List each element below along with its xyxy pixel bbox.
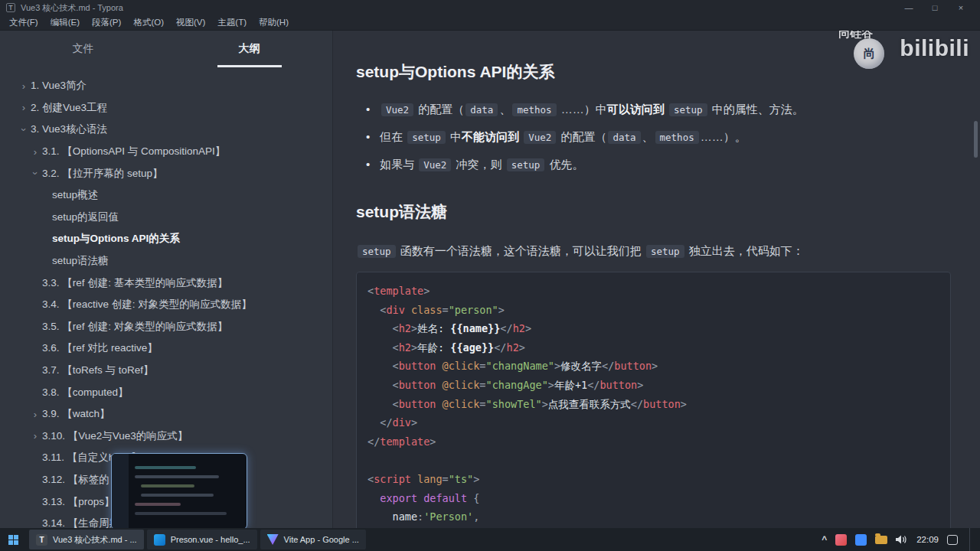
code-token: > [637, 379, 643, 391]
menu-item[interactable]: 文件(F) [3, 15, 44, 30]
code-token: 年龄+1 [554, 379, 587, 391]
outline-item[interactable]: ›3.1. 【OptionsAPI 与 CompositionAPI】 [0, 141, 332, 163]
code-token: @click [443, 398, 480, 410]
window-controls: — □ × [896, 3, 974, 12]
code-token: > [681, 398, 687, 410]
code-token: > [411, 322, 417, 334]
show-desktop-button[interactable] [969, 528, 972, 551]
tray-chevron-up-icon[interactable]: ^ [822, 534, 827, 545]
taskbar-app-chrome[interactable]: Vite App - Google ... [260, 530, 366, 549]
code-token: script [374, 473, 411, 485]
code-line: export default { [368, 489, 939, 508]
video-code-line [135, 512, 227, 515]
code-token: , [473, 510, 479, 523]
outline-item-label: setup的返回值 [52, 210, 119, 224]
code-token: < [393, 341, 399, 354]
desktop: T Vue3 核心技术.md - Typora — □ × 文件(F)编辑(E)… [0, 0, 980, 551]
code-token: "changAge" [486, 379, 548, 391]
chevron-right-icon[interactable]: › [17, 80, 31, 92]
menu-item[interactable]: 编辑(E) [44, 15, 86, 30]
chevron-right-icon[interactable]: › [28, 146, 42, 158]
code-token: lang [417, 473, 443, 485]
code-token: 年龄: [417, 341, 450, 354]
code-block[interactable]: <template> <div class="person"> <h2>姓名: … [356, 272, 951, 528]
document-content[interactable]: setup与Options API的关系 •Vue2 的配置（data、meth… [333, 31, 980, 528]
tray-app-icon[interactable] [835, 534, 847, 546]
taskbar-app-label: Vite App - Google ... [284, 535, 359, 544]
taskbar-app-typora[interactable]: TVue3 核心技术.md - ... [29, 530, 144, 549]
outline-item-label: 3.6. 【ref 对比 reactive】 [42, 341, 158, 355]
outline-item-label: 3.4. 【reactive 创建: 对象类型的响应式数据】 [42, 298, 252, 311]
code-token: 点我查看联系方式 [548, 398, 631, 410]
inline-code: methos [655, 131, 699, 144]
code-token: </ [380, 416, 392, 429]
sidebar-tab[interactable]: 文件 [0, 31, 166, 67]
notification-center-icon[interactable] [947, 535, 958, 545]
code-token: button [399, 398, 436, 410]
code-token [417, 492, 423, 504]
code-line: <template> [368, 282, 939, 301]
outline-item[interactable]: setup语法糖 [0, 250, 332, 272]
menu-item[interactable]: 格式(O) [127, 15, 170, 30]
sidebar-tab[interactable]: 大纲 [166, 31, 332, 67]
outline-item[interactable]: 3.5. 【ref 创建: 对象类型的响应式数据】 [0, 316, 332, 338]
code-token: </ [602, 360, 614, 372]
outline-item[interactable]: setup与Options API的关系 [0, 228, 332, 250]
chevron-right-icon[interactable]: › [17, 102, 31, 113]
outline-item[interactable]: ›2. 创建Vue3工程 [0, 97, 332, 119]
outline-item-label: setup概述 [52, 188, 98, 202]
outline-item[interactable]: ›3.9. 【watch】 [0, 403, 332, 425]
code-token: @click [443, 379, 480, 391]
video-code-line [135, 503, 181, 506]
inline-code: setup [358, 245, 396, 258]
inline-code: Vue2 [381, 103, 413, 116]
start-button[interactable] [3, 530, 23, 549]
outline-item[interactable]: 3.7. 【toRefs 与 toRef】 [0, 360, 332, 382]
bullet-text: 如果与 Vue2 冲突，则 setup 优先。 [380, 156, 583, 174]
chevron-right-icon[interactable]: › [28, 409, 42, 420]
video-code-line [135, 466, 196, 469]
menu-item[interactable]: 帮助(H) [253, 15, 295, 30]
code-token [436, 379, 442, 391]
clock[interactable]: 22:09 [916, 535, 939, 544]
outline-item[interactable]: ›3.2. 【拉开序幕的 setup】 [0, 162, 332, 184]
outline-item-label: 3.7. 【toRefs 与 toRef】 [42, 364, 154, 377]
bullet-item: •如果与 Vue2 冲突，则 setup 优先。 [366, 156, 951, 174]
outline-item[interactable]: 3.4. 【reactive 创建: 对象类型的响应式数据】 [0, 294, 332, 316]
maximize-button[interactable]: □ [922, 3, 948, 12]
taskbar-app-vscode[interactable]: Preson.vue - hello_... [147, 530, 257, 549]
volume-icon[interactable] [896, 535, 908, 544]
outline-item[interactable]: ›1. Vue3简介 [0, 75, 332, 97]
chevron-right-icon[interactable]: › [28, 430, 42, 442]
close-button[interactable]: × [948, 3, 974, 12]
tray-app-icon[interactable] [855, 534, 867, 546]
floating-video-overlay[interactable] [111, 453, 247, 530]
scrollbar-thumb[interactable] [974, 121, 978, 158]
outline-item-label: 3.10. 【Vue2与Vue3的响应式】 [42, 429, 188, 443]
code-token: "person" [449, 304, 498, 316]
menu-item[interactable]: 视图(V) [170, 15, 211, 30]
menu-item[interactable]: 段落(P) [86, 15, 127, 30]
outline-item[interactable]: ›3. Vue3核心语法 [0, 119, 332, 141]
outline-item[interactable]: ›3.10. 【Vue2与Vue3的响应式】 [0, 425, 332, 448]
minimize-button[interactable]: — [896, 3, 922, 12]
code-token: div [393, 416, 411, 429]
video-code-line [141, 494, 214, 497]
outline-item[interactable]: 3.6. 【ref 对比 reactive】 [0, 337, 332, 360]
outline-item[interactable]: setup概述 [0, 184, 332, 207]
chevron-down-icon[interactable]: › [18, 122, 30, 136]
system-tray: ^ 22:09 [822, 528, 977, 551]
code-token: < [393, 322, 399, 334]
menu-item[interactable]: 主题(T) [211, 15, 253, 30]
code-token: "showTel" [486, 398, 542, 410]
outline-item[interactable]: setup的返回值 [0, 207, 332, 229]
chevron-down-icon[interactable]: › [30, 167, 41, 181]
folder-icon[interactable] [875, 536, 887, 544]
code-token: button [399, 360, 436, 372]
taskbar-app-label: Vue3 核心技术.md - ... [53, 534, 137, 546]
inline-code: Vue2 [524, 131, 556, 144]
code-token: = [479, 360, 485, 372]
outline-item[interactable]: 3.3. 【ref 创建: 基本类型的响应式数据】 [0, 272, 332, 294]
chrome-icon [267, 534, 279, 545]
outline-item[interactable]: 3.8. 【computed】 [0, 381, 332, 403]
